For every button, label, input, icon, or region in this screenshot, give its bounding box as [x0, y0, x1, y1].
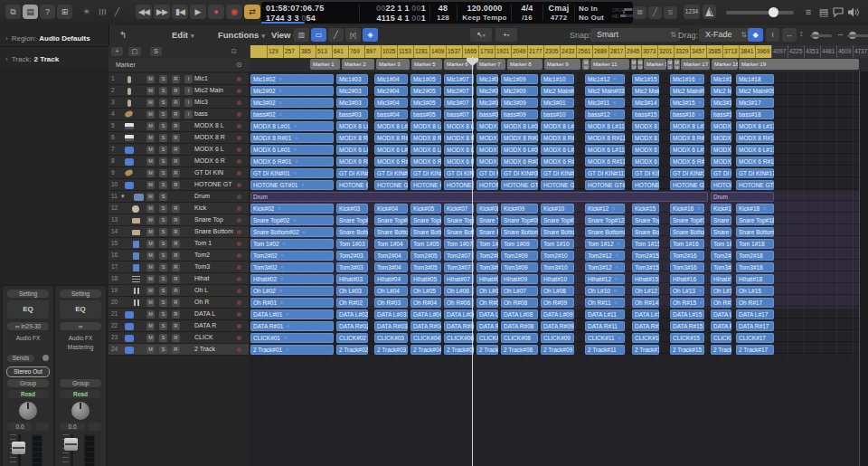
solo-button[interactable]: S [159, 252, 167, 260]
region[interactable]: DATA R#08 [501, 321, 538, 331]
region[interactable]: DATA R#02 [336, 321, 368, 331]
region[interactable]: MODX 6 L#03 [374, 145, 408, 155]
record-ready-dot[interactable] [237, 324, 241, 328]
region[interactable]: Oh L#15 [736, 286, 774, 296]
catch-playhead-button[interactable]: ↔ [782, 28, 797, 42]
region[interactable]: MODX 6 R#04 [410, 157, 441, 166]
mute-button[interactable]: M [146, 204, 155, 213]
region[interactable]: CLICK#06 [444, 333, 474, 343]
track-header-gt-di-kin[interactable]: 9MSRGT DI KIN [108, 167, 249, 179]
region[interactable]: Hihat#10 [541, 274, 574, 284]
region[interactable]: Snare Bottom#08 [476, 227, 498, 237]
marker-chip[interactable]: Marker 5 [411, 59, 442, 70]
region[interactable]: Mic2#05 [410, 86, 441, 96]
region[interactable]: Mic1#16○ [670, 74, 704, 84]
note-pads-icon[interactable]: ▤ [816, 5, 831, 19]
vertical-zoom-slider[interactable]: ↕ [799, 32, 835, 39]
region[interactable]: Mic1#04 [374, 74, 408, 84]
track-display-icon[interactable]: ⊡ [228, 47, 241, 56]
region[interactable]: CLICK#09 [541, 333, 574, 343]
flex-pitch-icon[interactable]: ◈ [363, 28, 378, 42]
region[interactable]: Mic2#07 [444, 86, 474, 96]
record-enable-button[interactable]: R [172, 263, 180, 271]
replace-mode-icon[interactable]: ╱ [648, 6, 662, 19]
region[interactable]: GT DI KIN#17 [736, 168, 774, 178]
region[interactable]: MODX 6 R#14 [632, 157, 659, 166]
automation-mode-button[interactable]: Read [7, 390, 49, 398]
region[interactable]: Kick#04 [374, 204, 408, 214]
menu-view[interactable]: View▾ [271, 28, 297, 42]
record-ready-dot[interactable] [237, 89, 241, 93]
region[interactable]: Oh L#04 [374, 286, 408, 296]
track-header-oh-l[interactable]: 19MSROh L [108, 285, 249, 297]
record-enable-button[interactable]: R [172, 75, 180, 83]
region[interactable]: CLICK#04 [410, 333, 441, 343]
region[interactable]: Oh R#06 [444, 298, 474, 308]
region[interactable]: Hihat#18 [736, 274, 774, 284]
track-header-snare-bottom[interactable]: 14MSRSnare Bottom [108, 226, 249, 238]
region[interactable]: Kick#18○ [736, 204, 774, 214]
region[interactable]: Oh R#15○ [670, 298, 704, 308]
track-name[interactable]: MODX 8 R [194, 132, 238, 143]
pan-knob[interactable] [71, 402, 90, 420]
marquee-ibeam-button[interactable]: I [766, 28, 779, 42]
lcd-key-section[interactable]: Cmaj 4772 [545, 2, 572, 24]
region[interactable]: Snare Top#08 [476, 215, 498, 225]
region[interactable]: Oh R#17 [736, 298, 774, 308]
region[interactable]: Tom2#16 [670, 251, 704, 261]
region[interactable]: GT DI KIN#16 [711, 168, 731, 178]
region[interactable]: MODX 6 R#01○ [250, 157, 334, 166]
region[interactable]: Mic2#03 [336, 86, 368, 96]
region[interactable]: MODX 6 L#07 [476, 145, 498, 155]
region[interactable]: MODX 8 R#01○ [250, 133, 334, 143]
region[interactable]: Tom 1#09 [501, 239, 538, 249]
region[interactable]: Oh R#01○ [250, 298, 334, 308]
track-name[interactable]: Snare Bottom [194, 226, 238, 237]
region[interactable]: bass#16○ [670, 109, 704, 119]
region[interactable]: 2 Track#09 [541, 345, 574, 355]
goto-begin-button[interactable]: ▮◀ [172, 5, 188, 19]
marker-chip[interactable]: M15 [667, 59, 673, 70]
mute-button[interactable]: M [146, 346, 155, 354]
track-header-drum[interactable]: 11▾MSDrum [108, 191, 249, 203]
region[interactable]: HOTONE GT#02 [336, 180, 368, 190]
region[interactable]: MODX 6 L#16 [711, 145, 731, 155]
marker-chip[interactable]: M12 [631, 59, 637, 70]
region[interactable]: Mic1#10 [541, 74, 574, 84]
mute-button[interactable]: M [146, 310, 155, 319]
region[interactable]: bass#03 [336, 109, 368, 119]
region[interactable]: Tom2#15 [632, 251, 659, 261]
region[interactable]: Mic3#07 [444, 98, 474, 108]
region[interactable]: CLICK#01○ [250, 333, 334, 343]
solo-button[interactable]: S [159, 122, 167, 130]
record-ready-dot[interactable] [237, 124, 241, 128]
solo-button[interactable]: S [159, 75, 167, 83]
record-ready-dot[interactable] [237, 230, 241, 234]
region[interactable]: Snare Bottom#18 [736, 227, 774, 237]
region[interactable]: bass#17 [711, 109, 731, 119]
fader-handle[interactable] [12, 442, 25, 454]
region[interactable]: MODX 8 L#04 [410, 121, 441, 131]
track-header-oh-r[interactable]: 20MSROh R [108, 297, 249, 309]
track-name[interactable]: Hihat [194, 273, 238, 284]
capture-record-button[interactable]: ◉ [226, 5, 242, 19]
region[interactable]: Kick#16○ [670, 204, 704, 214]
region[interactable]: Kick#08 [476, 204, 498, 214]
region[interactable]: MODX 6 L#14 [632, 145, 659, 155]
record-enable-button[interactable]: R [172, 346, 180, 354]
setting-button[interactable]: Setting [60, 290, 101, 298]
region[interactable]: 2 Track#14 [632, 345, 659, 355]
bar-ruler[interactable]: 1292573855136417698971025115312811409153… [249, 45, 868, 58]
mute-button[interactable]: M [146, 252, 155, 260]
solo-button[interactable]: S [159, 240, 167, 248]
solo-button[interactable]: S [159, 299, 167, 307]
region[interactable]: GT DI KIN#15 [670, 168, 704, 178]
record-enable-button[interactable]: R [172, 134, 180, 142]
region[interactable]: DATA L#02 [336, 309, 368, 319]
region[interactable]: Tom3#09 [501, 262, 538, 272]
marker-options-icon[interactable]: ⊙ [236, 59, 242, 71]
play-button[interactable]: ▶ [190, 5, 206, 19]
marker-chip[interactable]: Marker 8 [507, 59, 542, 70]
record-enable-button[interactable]: R [172, 157, 180, 166]
region[interactable]: DATA R#13 [632, 321, 659, 331]
